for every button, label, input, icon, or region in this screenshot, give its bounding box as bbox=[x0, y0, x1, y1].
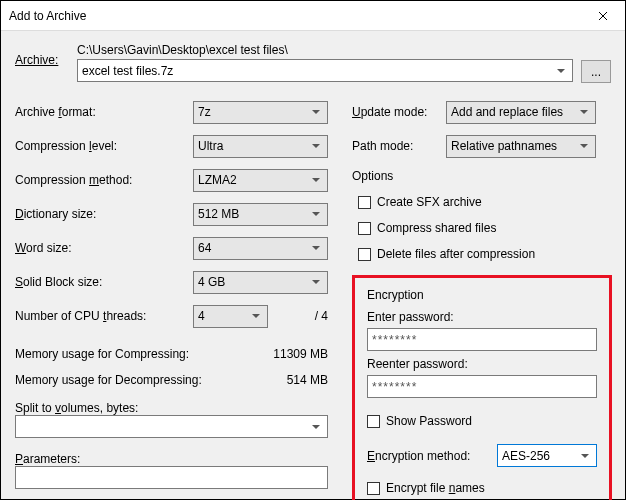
params-label: Parameters: bbox=[15, 452, 328, 466]
enc-method-label: Encryption method: bbox=[367, 449, 497, 463]
shared-label: Compress shared files bbox=[377, 221, 496, 235]
mem-decomp-label: Memory usage for Decompressing: bbox=[15, 373, 202, 387]
delete-label: Delete files after compression bbox=[377, 247, 535, 261]
archive-filename-select[interactable]: excel test files.7z bbox=[77, 59, 573, 82]
close-button[interactable] bbox=[580, 1, 625, 31]
archive-path: C:\Users\Gavin\Desktop\excel test files\ bbox=[77, 43, 573, 57]
format-label: Archive format: bbox=[15, 105, 193, 119]
browse-button[interactable]: ... bbox=[581, 60, 611, 83]
password-label: Enter password: bbox=[367, 310, 597, 324]
level-select[interactable]: Ultra bbox=[193, 135, 328, 158]
mem-comp-value: 11309 MB bbox=[273, 347, 328, 361]
encryption-group: Encryption Enter password: ******** Reen… bbox=[352, 275, 612, 500]
password2-label: Reenter password: bbox=[367, 357, 597, 371]
update-select[interactable]: Add and replace files bbox=[446, 101, 596, 124]
pathmode-label: Path mode: bbox=[352, 139, 446, 153]
encryption-title: Encryption bbox=[367, 288, 597, 302]
password2-input[interactable]: ******** bbox=[367, 375, 597, 398]
threads-select[interactable]: 4 bbox=[193, 305, 268, 328]
mem-decomp-value: 514 MB bbox=[287, 373, 328, 387]
level-label: Compression level: bbox=[15, 139, 193, 153]
update-label: Update mode: bbox=[352, 105, 446, 119]
block-select[interactable]: 4 GB bbox=[193, 271, 328, 294]
dialog-window: Add to Archive Archive: C:\Users\Gavin\D… bbox=[0, 0, 626, 500]
word-select[interactable]: 64 bbox=[193, 237, 328, 260]
pathmode-select[interactable]: Relative pathnames bbox=[446, 135, 596, 158]
threads-label: Number of CPU threads: bbox=[15, 309, 193, 323]
show-password-label: Show Password bbox=[386, 414, 472, 428]
delete-checkbox[interactable] bbox=[358, 248, 371, 261]
titlebar: Add to Archive bbox=[1, 1, 625, 31]
dict-label: Dictionary size: bbox=[15, 207, 193, 221]
threads-max: / 4 bbox=[274, 309, 328, 323]
format-select[interactable]: 7z bbox=[193, 101, 328, 124]
enc-method-select[interactable]: AES-256 bbox=[497, 444, 597, 467]
archive-label: Archive: bbox=[15, 43, 69, 67]
method-label: Compression method: bbox=[15, 173, 193, 187]
split-select[interactable] bbox=[15, 415, 328, 438]
encrypt-names-checkbox[interactable] bbox=[367, 482, 380, 495]
split-label: Split to volumes, bytes: bbox=[15, 401, 328, 415]
method-select[interactable]: LZMA2 bbox=[193, 169, 328, 192]
shared-checkbox[interactable] bbox=[358, 222, 371, 235]
sfx-label: Create SFX archive bbox=[377, 195, 482, 209]
block-label: Solid Block size: bbox=[15, 275, 193, 289]
options-title: Options bbox=[352, 169, 612, 183]
window-title: Add to Archive bbox=[9, 9, 580, 23]
show-password-checkbox[interactable] bbox=[367, 415, 380, 428]
password-input[interactable]: ******** bbox=[367, 328, 597, 351]
encrypt-names-label: Encrypt file names bbox=[386, 481, 485, 495]
mem-comp-label: Memory usage for Compressing: bbox=[15, 347, 189, 361]
dict-select[interactable]: 512 MB bbox=[193, 203, 328, 226]
word-label: Word size: bbox=[15, 241, 193, 255]
params-input[interactable] bbox=[15, 466, 328, 489]
sfx-checkbox[interactable] bbox=[358, 196, 371, 209]
